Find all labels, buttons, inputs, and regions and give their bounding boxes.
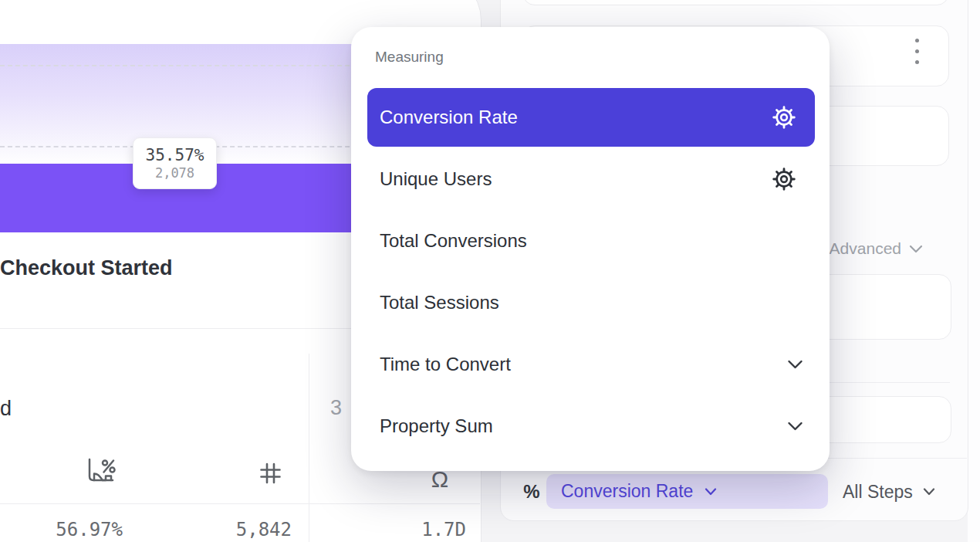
- cell-count: 5,842: [199, 519, 292, 540]
- table-column-divider: [309, 354, 309, 542]
- measuring-selector-pill[interactable]: Conversion Rate: [546, 474, 828, 509]
- gear-icon[interactable]: [772, 167, 796, 191]
- menu-item-label: Property Sum: [380, 415, 493, 437]
- chevron-down-icon: [923, 488, 935, 496]
- menu-item-label: Conversion Rate: [380, 107, 518, 128]
- menu-item-total-sessions[interactable]: Total Sessions: [367, 272, 815, 334]
- tooltip-count: 2,078: [155, 165, 194, 181]
- menu-item-label: Total Conversions: [380, 230, 527, 252]
- gear-icon[interactable]: [772, 105, 796, 130]
- count-hash-icon: [258, 461, 282, 486]
- chart-tooltip: 35.57% 2,078: [133, 137, 217, 189]
- menu-item-label: Unique Users: [380, 168, 492, 190]
- percent-metric-icon: %: [519, 479, 545, 505]
- funnel-step-card[interactable]: [522, 0, 949, 5]
- table-column1-label-fragment: d: [0, 397, 12, 421]
- step-options-kebab-icon[interactable]: [914, 39, 920, 64]
- advanced-label: Advanced: [830, 239, 901, 258]
- menu-item-label: Time to Convert: [380, 354, 511, 375]
- menu-item-label: Total Sessions: [380, 292, 499, 313]
- chevron-down-icon: [909, 245, 923, 253]
- chevron-down-icon: [705, 488, 717, 496]
- menu-item-unique-users[interactable]: Unique Users: [367, 148, 815, 210]
- page-background-strip: [968, 0, 980, 542]
- menu-item-property-sum[interactable]: Property Sum: [367, 395, 815, 457]
- measuring-menu-title: Measuring: [375, 49, 444, 66]
- divider: [0, 503, 480, 504]
- conversion-rate-icon: [83, 456, 117, 487]
- tooltip-conversion-rate: 35.57%: [146, 146, 204, 164]
- funnels-analysis-screen: { "measuring_menu": { "title": "Measurin…: [0, 0, 980, 542]
- steps-selector[interactable]: All Steps: [843, 479, 935, 505]
- funnel-step-title: Checkout Started: [0, 255, 173, 281]
- cell-conversion-rate: 56.97%: [30, 519, 123, 540]
- cell-time-to-convert: 1.7D: [373, 519, 466, 540]
- chevron-down-icon[interactable]: [787, 360, 803, 370]
- menu-item-conversion-rate[interactable]: Conversion Rate: [367, 86, 815, 148]
- measuring-selector-value: Conversion Rate: [561, 481, 693, 502]
- steps-selector-value: All Steps: [843, 482, 913, 503]
- chevron-down-icon[interactable]: [787, 422, 803, 432]
- menu-item-total-conversions[interactable]: Total Conversions: [367, 210, 815, 272]
- menu-item-time-to-convert[interactable]: Time to Convert: [367, 334, 815, 395]
- table-column2-step-number: 3: [330, 396, 342, 420]
